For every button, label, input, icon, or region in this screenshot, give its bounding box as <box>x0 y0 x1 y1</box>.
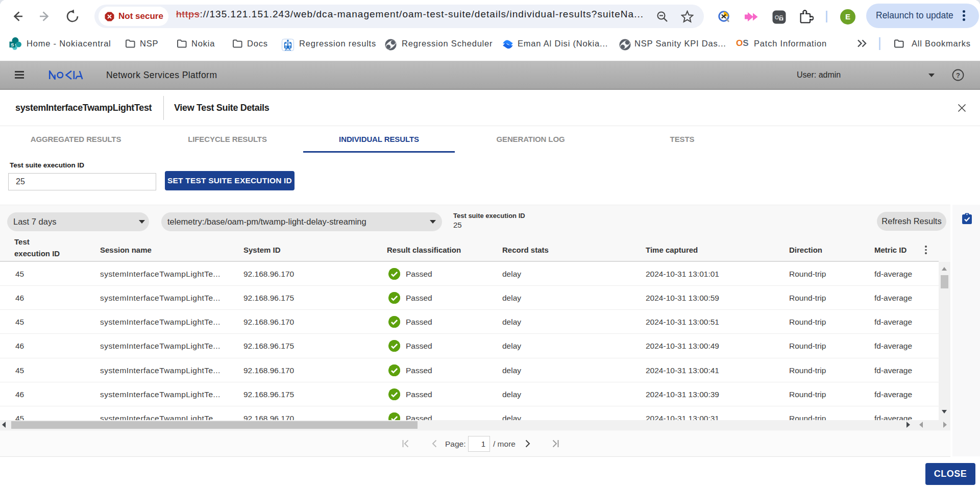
svg-text:S: S <box>11 42 14 47</box>
svg-text:?: ? <box>956 71 960 79</box>
